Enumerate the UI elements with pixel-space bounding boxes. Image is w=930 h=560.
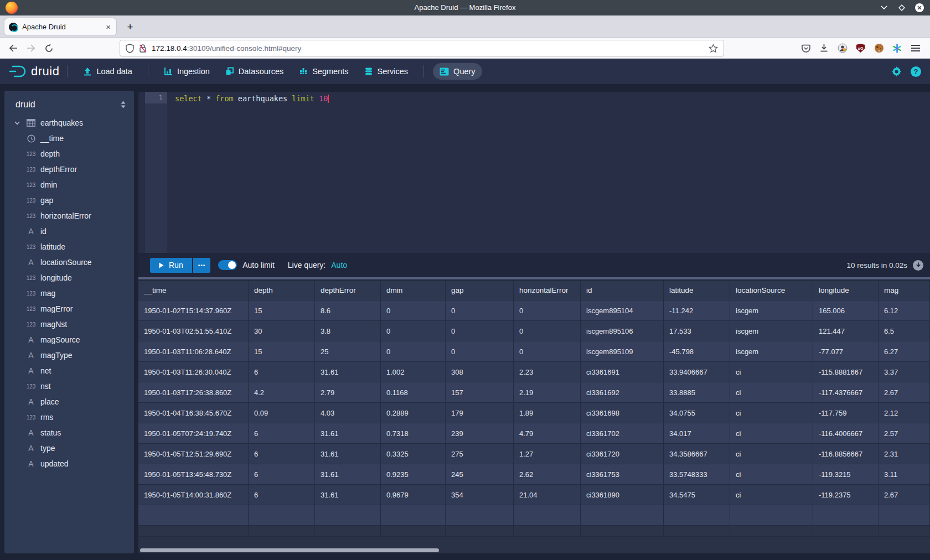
table-cell[interactable]: 1950-01-03T17:26:38.860Z (138, 382, 249, 403)
table-cell[interactable]: 1.27 (514, 444, 581, 464)
table-cell[interactable]: 0 (514, 321, 581, 341)
cookie-icon[interactable] (870, 39, 888, 57)
table-cell[interactable]: ci3361890 (581, 485, 664, 505)
table-cell[interactable]: 3.8 (315, 321, 381, 341)
column-time[interactable]: __time (4, 131, 134, 146)
nav-query[interactable]: Query (433, 63, 482, 80)
horizontal-scrollbar[interactable] (140, 548, 439, 552)
run-more-button[interactable]: ••• (193, 258, 211, 273)
table-cell[interactable]: -116.8856667 (813, 444, 879, 464)
column-depthError[interactable]: 123depthError (4, 162, 134, 177)
table-cell[interactable]: 3.11 (879, 464, 930, 485)
table-cell[interactable]: 31.61 (315, 464, 381, 485)
table-cell[interactable]: 0.9679 (381, 485, 446, 505)
table-cell[interactable]: 1950-01-05T12:51:29.690Z (138, 444, 249, 464)
table-cell[interactable]: 2.67 (879, 485, 930, 505)
table-cell[interactable]: iscgem (730, 300, 813, 321)
table-cell[interactable]: 239 (446, 423, 514, 444)
table-cell[interactable]: 31.61 (315, 444, 381, 464)
table-cell[interactable]: 31.61 (315, 362, 381, 382)
run-button[interactable]: Run (150, 258, 192, 273)
table-cell[interactable]: 4.2 (249, 382, 315, 403)
column-type[interactable]: Atype (4, 440, 134, 456)
sort-columns-icon[interactable] (120, 101, 126, 108)
forward-icon[interactable] (22, 39, 40, 57)
table-cell[interactable]: 31.61 (315, 423, 381, 444)
table-cell[interactable]: 6 (249, 362, 315, 382)
table-cell[interactable]: ci3361691 (581, 362, 664, 382)
table-cell[interactable]: 165.006 (813, 300, 879, 321)
table-cell[interactable]: 1950-01-03T02:51:55.410Z (138, 321, 249, 341)
table-cell[interactable]: 179 (446, 403, 514, 423)
table-cell[interactable]: 6 (249, 423, 315, 444)
table-cell[interactable]: 6 (249, 444, 315, 464)
column-mag[interactable]: 123mag (4, 286, 134, 301)
table-cell[interactable]: -117.4376667 (813, 382, 879, 403)
download-results-icon[interactable] (913, 260, 923, 271)
downloads-icon[interactable] (815, 39, 833, 57)
column-updated[interactable]: Aupdated (4, 456, 134, 471)
column-magError[interactable]: 123magError (4, 301, 134, 317)
table-cell[interactable]: 2.62 (514, 464, 581, 485)
table-cell[interactable]: 25 (315, 341, 381, 362)
table-cell[interactable]: ci3361698 (581, 403, 664, 423)
help-icon[interactable]: ? (911, 66, 921, 77)
table-cell[interactable]: ci (730, 485, 813, 505)
table-cell[interactable]: 1950-01-05T14:00:31.860Z (138, 485, 249, 505)
table-cell[interactable]: ci (730, 464, 813, 485)
menu-icon[interactable] (906, 39, 924, 57)
table-cell[interactable]: 17.533 (664, 321, 730, 341)
column-latitude[interactable]: 123latitude (4, 239, 134, 255)
table-cell[interactable]: iscgem (730, 321, 813, 341)
tab-close-icon[interactable]: × (105, 22, 112, 32)
table-cell[interactable]: 4.79 (514, 423, 581, 444)
table-cell[interactable]: ci (730, 362, 813, 382)
column-header-horizontalError[interactable]: horizontalError (514, 281, 581, 300)
table-cell[interactable]: 1950-01-03T11:06:28.640Z (138, 341, 249, 362)
table-cell[interactable]: 2.57 (879, 423, 930, 444)
table-cell[interactable]: 0.2889 (381, 403, 446, 423)
table-cell[interactable]: 0.1168 (381, 382, 446, 403)
table-cell[interactable]: 2.12 (879, 403, 930, 423)
table-cell[interactable]: iscgem (730, 341, 813, 362)
table-cell[interactable]: 21.04 (514, 485, 581, 505)
lock-insecure-icon[interactable] (138, 44, 147, 53)
table-cell[interactable]: 6 (249, 485, 315, 505)
account-icon[interactable] (833, 39, 851, 57)
column-header-locationSource[interactable]: locationSource (730, 281, 813, 300)
table-cell[interactable]: ci (730, 403, 813, 423)
table-cell[interactable]: ci3361692 (581, 382, 664, 403)
settings-gear-icon[interactable] (891, 66, 902, 77)
table-cell[interactable]: 1950-01-05T07:24:19.740Z (138, 423, 249, 444)
table-cell[interactable]: -119.2375 (813, 485, 879, 505)
chevron-down-icon[interactable] (12, 121, 22, 125)
column-nst[interactable]: 123nst (4, 378, 134, 394)
table-cell[interactable]: 354 (446, 485, 514, 505)
table-cell[interactable]: 1950-01-05T13:45:48.730Z (138, 464, 249, 485)
shield-icon[interactable] (126, 44, 134, 53)
column-depth[interactable]: 123depth (4, 146, 134, 162)
column-longitude[interactable]: 123longitude (4, 270, 134, 286)
table-cell[interactable]: 1.89 (514, 403, 581, 423)
table-cell[interactable]: 2.67 (879, 382, 930, 403)
nav-datasources[interactable]: Datasources (219, 63, 290, 80)
table-cell[interactable]: -116.4006667 (813, 423, 879, 444)
table-cell[interactable]: 2.79 (315, 382, 381, 403)
table-cell[interactable]: 308 (446, 362, 514, 382)
table-cell[interactable]: 4.03 (315, 403, 381, 423)
table-cell[interactable]: ci (730, 382, 813, 403)
column-net[interactable]: Anet (4, 363, 134, 378)
column-header-mag[interactable]: mag (879, 281, 930, 300)
table-cell[interactable]: 31.61 (315, 485, 381, 505)
column-header-longitude[interactable]: longitude (813, 281, 879, 300)
pane-splitter[interactable] (138, 277, 930, 279)
table-cell[interactable]: 0 (446, 321, 514, 341)
table-cell[interactable]: 2.23 (514, 362, 581, 382)
table-cell[interactable]: 0.9235 (381, 464, 446, 485)
column-header-id[interactable]: id (581, 281, 664, 300)
table-cell[interactable]: 6 (249, 464, 315, 485)
table-cell[interactable]: 1950-01-02T15:14:37.960Z (138, 300, 249, 321)
table-cell[interactable]: 15 (249, 300, 315, 321)
table-cell[interactable]: 6.5 (879, 321, 930, 341)
column-horizontalError[interactable]: 123horizontalError (4, 208, 134, 224)
